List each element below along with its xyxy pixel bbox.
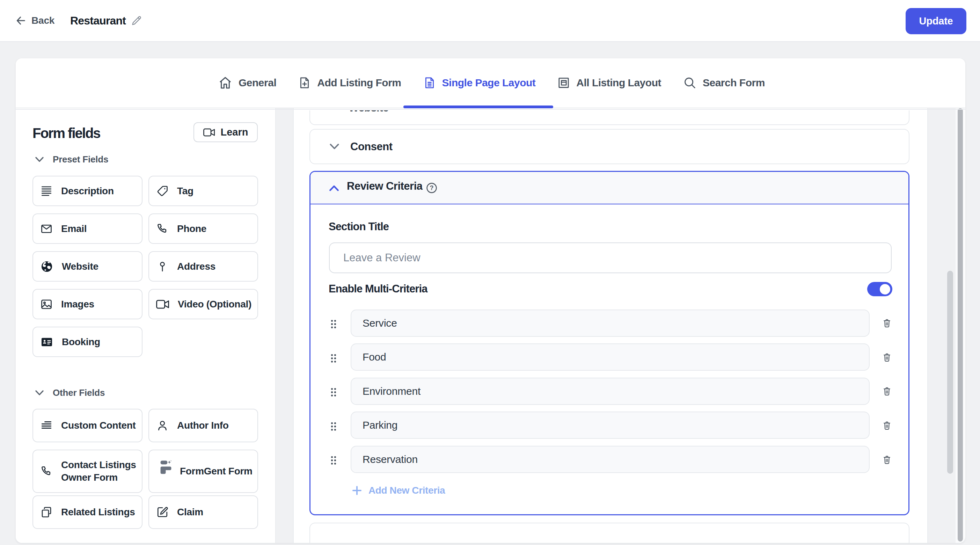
svg-text:?: ? xyxy=(430,185,434,191)
